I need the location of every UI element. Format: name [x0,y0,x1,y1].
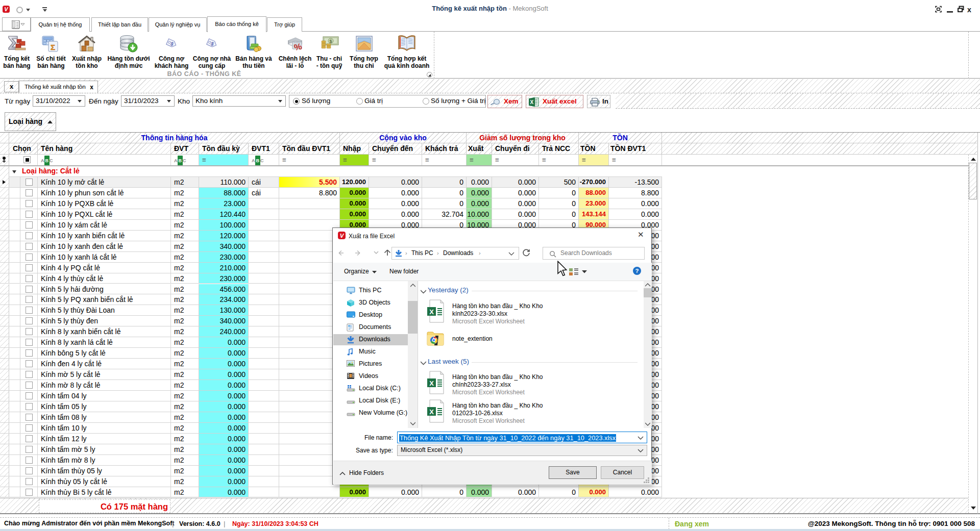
svg-text:V: V [340,233,345,239]
svg-text:Σ: Σ [51,43,55,52]
svg-text:$: $ [330,39,332,44]
svg-text:X: X [429,308,434,316]
svg-text:X: X [530,99,534,105]
svg-text:X: X [429,380,434,387]
svg-text:x: x [967,6,971,13]
svg-text:X: X [429,408,434,416]
